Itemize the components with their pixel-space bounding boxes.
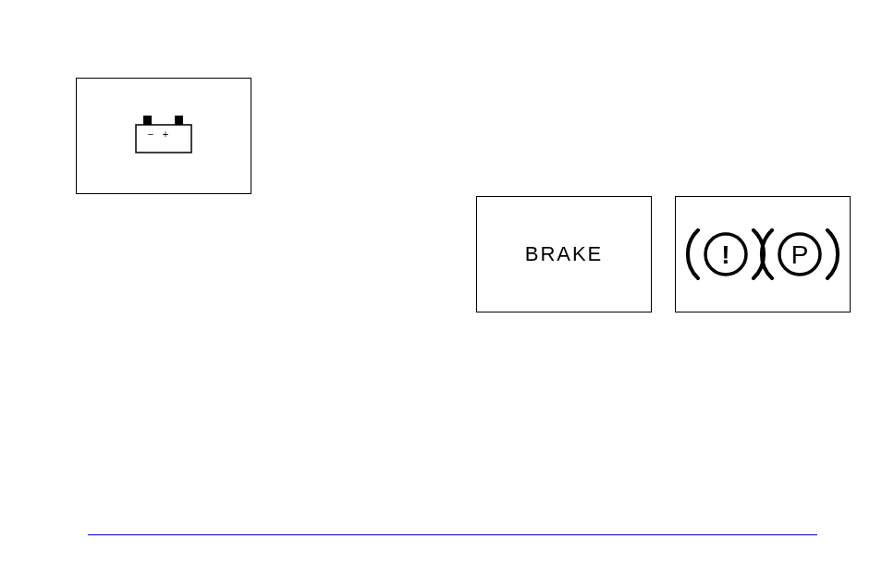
page: − + BRAKE ! P [0, 0, 882, 588]
svg-rect-1 [175, 116, 183, 125]
battery-plus: + [163, 129, 168, 140]
parking-brake-icon: ! P [684, 213, 841, 296]
footer-rule [88, 534, 817, 535]
svg-rect-0 [143, 116, 152, 125]
parking-brake-indicator-box: ! P [675, 196, 851, 312]
parking-brake-p: P [791, 240, 809, 269]
battery-minus: − [148, 129, 153, 140]
brake-warning-excl: ! [721, 240, 729, 269]
battery-icon: − + [127, 108, 201, 164]
brake-label: BRAKE [525, 242, 604, 266]
brake-indicator-box: BRAKE [476, 196, 652, 312]
battery-indicator-box: − + [76, 78, 251, 194]
